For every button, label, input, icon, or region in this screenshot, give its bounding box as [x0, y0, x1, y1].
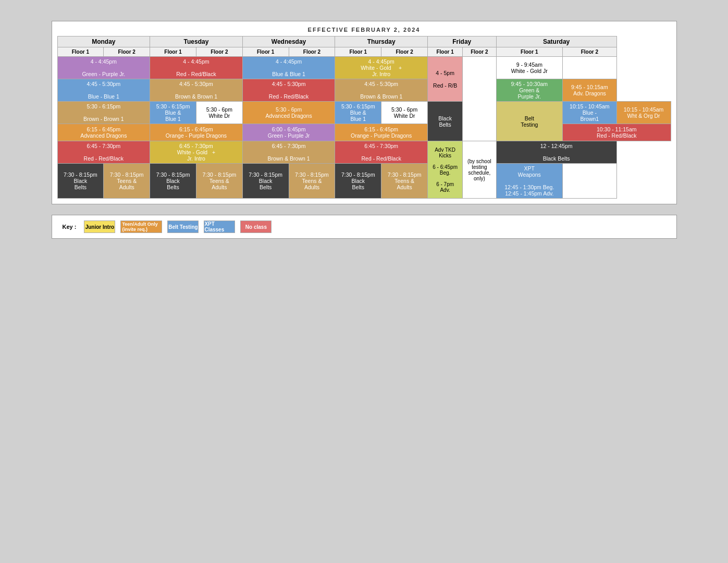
tue-r2: 4:45 - 5:30pmBrown & Brown 1 — [150, 79, 243, 102]
mon-floor1: Floor 1 — [57, 47, 104, 57]
saturday-header: Saturday — [496, 36, 616, 47]
wed-r5: 6:45 - 7:30pmBrown & Brown 1 — [242, 141, 335, 164]
fri-r3-f1: BlackBelts — [428, 102, 463, 141]
key-item-xpt: XPT Classes — [204, 221, 235, 233]
key-container: Key : Junior Intro Teen/Adult Only (invi… — [52, 215, 677, 239]
wed-r6-f1: 7:30 - 8:15pmBlackBelts — [242, 164, 289, 199]
xpt-swatch: XPT Classes — [204, 221, 235, 233]
wednesday-header: Wednesday — [242, 36, 335, 47]
tue-r3-f2: 5:30 - 6pmWhite Dr — [196, 102, 242, 124]
mon-r2: 4:45 - 5:30pmBlue - Blue 1 — [57, 79, 150, 102]
thu-r5: 6:45 - 7:30pmRed - Red/Black — [335, 141, 428, 164]
table-row: 6:15 - 6:45pmAdvanced Dragons 6:15 - 6:4… — [57, 124, 671, 141]
page-wrapper: EFFECTIVE FEBRUARY 2, 2024 Monday Tuesda… — [52, 21, 677, 239]
key-label: Key : — [63, 224, 77, 230]
noclass-swatch: No class — [240, 221, 272, 233]
wed-r6-f2: 7:30 - 8:15pmTeens &Adults — [289, 164, 335, 199]
schedule-container: EFFECTIVE FEBRUARY 2, 2024 Monday Tuesda… — [52, 21, 677, 204]
table-row: 7:30 - 8:15pmBlackBelts 7:30 - 8:15pmTee… — [57, 164, 671, 199]
fri-r1-f1: 4 - 5pmRed - R/B — [428, 57, 463, 102]
wed-r1: 4 - 4:45pmBlue & Blue 1 — [242, 57, 335, 79]
sat-r2-f1: 9:45 - 10:30amGreen &Purple Jr. — [496, 79, 562, 102]
sat-floor1: Floor 1 — [496, 47, 562, 57]
wed-r2: 4:45 - 5:30pmRed - Red/Black — [242, 79, 335, 102]
thu-r4: 6:15 - 6:45pmOrange - Purple Dragons — [335, 124, 428, 141]
mon-floor2: Floor 2 — [104, 47, 150, 57]
tue-r6-f2: 7:30 - 8:15pmTeens &Adults — [196, 164, 242, 199]
tue-floor2: Floor 2 — [196, 47, 242, 57]
fri-r5-f2: (by schooltestingschedule,only) — [463, 141, 496, 199]
mon-r5: 6:45 - 7:30pmRed - Red/Black — [57, 141, 150, 164]
junior-swatch: Junior Intro — [84, 221, 115, 233]
friday-header: Friday — [428, 36, 497, 47]
monday-header: Monday — [57, 36, 150, 47]
effective-date: EFFECTIVE FEBRUARY 2, 2024 — [57, 27, 671, 33]
tue-r3-f1: 5:30 - 6:15pmBlue &Blue 1 — [150, 102, 196, 124]
thursday-header: Thursday — [335, 36, 428, 47]
sat-r2-f2: 9:45 - 10:15amAdv. Dragons — [563, 79, 617, 102]
key-item-belt: Belt Testing — [167, 221, 199, 233]
tue-r5: 6:45 - 7:30pmWhite - Gold +Jr. Intro — [150, 141, 243, 164]
sat-r1-f1: 9 - 9:45amWhite - Gold Jr — [496, 57, 562, 79]
sat-r3-f1: 10:15 - 10:45amBlue -Brown1 — [563, 102, 617, 124]
mon-r6-f1: 7:30 - 8:15pmBlackBelts — [57, 164, 104, 199]
thu-r6-f1: 7:30 - 8:15pmBlackBelts — [335, 164, 381, 199]
schedule-table: Monday Tuesday Wednesday Thursday Friday… — [57, 36, 671, 199]
sat-r1-f2 — [563, 57, 617, 79]
sat-r3-f2: 10:15 - 10:45amWht & Org Dr — [616, 102, 671, 124]
thu-r3-f2: 5:30 - 6pmWhite Dr — [381, 102, 428, 124]
thu-r1: 4 - 4:45pmWhite - Gold +Jr. Intro — [335, 57, 428, 79]
sat-r6-f1: XPTWeapons12:45 - 1:30pm Beg.12:45 - 1:4… — [496, 164, 562, 199]
key-item-junior: Junior Intro — [84, 221, 115, 233]
thu-r2: 4:45 - 5:30pmBrown & Brown 1 — [335, 79, 428, 102]
fri-floor2: Floor 2 — [463, 47, 496, 57]
sat-r6-f2 — [563, 164, 617, 199]
wed-floor2: Floor 2 — [289, 47, 335, 57]
tue-r4: 6:15 - 6:45pmOrange - Purple Dragons — [150, 124, 243, 141]
mon-r1: 4 - 4:45pmGreen - Purple Jr. — [57, 57, 150, 79]
sat-r5: 12 - 12:45pmBlack Belts — [496, 141, 616, 164]
mon-r6-f2: 7:30 - 8:15pmTeens &Adults — [104, 164, 150, 199]
key-item-teenadult: Teen/Adult Only (invite req.) — [120, 221, 162, 233]
mon-r4: 6:15 - 6:45pmAdvanced Dragons — [57, 124, 150, 141]
wed-floor1: Floor 1 — [242, 47, 289, 57]
table-row: 6:45 - 7:30pmRed - Red/Black 6:45 - 7:30… — [57, 141, 671, 164]
key-item-noclass: No class — [240, 221, 272, 233]
table-row: 4:45 - 5:30pmBlue - Blue 1 4:45 - 5:30pm… — [57, 79, 671, 102]
tuesday-header: Tuesday — [150, 36, 243, 47]
sat-r4: 10:30 - 11:15amRed - Red/Black — [563, 124, 671, 141]
wed-r3: 5:30 - 6pmAdvanced Dragons — [242, 102, 335, 124]
fri-r3-f2: BeltTesting — [496, 102, 562, 141]
table-row: 5:30 - 6:15pmBrown - Brown 1 5:30 - 6:15… — [57, 102, 671, 124]
fri-r1-f2 — [463, 57, 496, 141]
thu-r3-f1: 5:30 - 6:15pmBlue &Blue 1 — [335, 102, 381, 124]
belt-swatch: Belt Testing — [167, 221, 199, 233]
tue-r1: 4 - 4:45pmRed - Red/Black — [150, 57, 243, 79]
fri-r5-f1: Adv TKDKicks6 - 6:45pmBeg.6 - 7pmAdv. — [428, 141, 463, 199]
tue-r6-f1: 7:30 - 8:15pmBlackBelts — [150, 164, 196, 199]
thu-floor2: Floor 2 — [381, 47, 428, 57]
tue-floor1: Floor 1 — [150, 47, 196, 57]
mon-r3: 5:30 - 6:15pmBrown - Brown 1 — [57, 102, 150, 124]
table-row: 4 - 4:45pmGreen - Purple Jr. 4 - 4:45pmR… — [57, 57, 671, 79]
thu-floor1: Floor 1 — [335, 47, 381, 57]
wed-r4: 6:00 - 6:45pmGreen - Purple Jr — [242, 124, 335, 141]
fri-floor1: Floor 1 — [428, 47, 463, 57]
sat-floor2: Floor 2 — [563, 47, 617, 57]
thu-r6-f2: 7:30 - 8:15pmTeens &Adults — [381, 164, 428, 199]
teenadult-swatch: Teen/Adult Only (invite req.) — [120, 221, 162, 233]
